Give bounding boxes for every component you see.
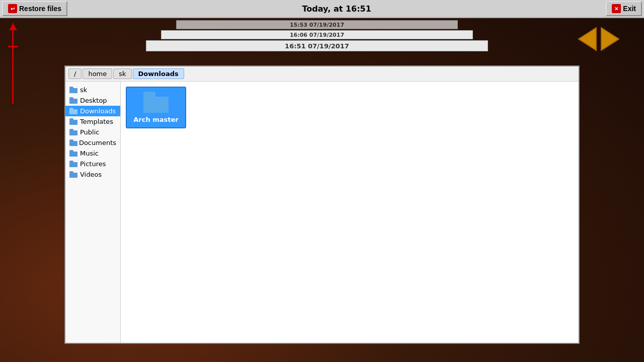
sidebar-item-music[interactable]: Music (65, 148, 120, 159)
sidebar-item-videos[interactable]: Videos (65, 169, 120, 180)
scroll-line (12, 23, 14, 104)
folder-icon (69, 129, 77, 135)
scroll-tick (8, 46, 18, 47)
folder-icon (69, 150, 77, 157)
sidebar-item-public[interactable]: Public (65, 127, 120, 137)
nav-arrows (574, 25, 624, 53)
top-bar-title: Today, at 16:51 (302, 4, 371, 14)
sidebar: sk Desktop Downloads Templates Public Do… (65, 82, 121, 343)
nav-back-icon[interactable] (574, 25, 599, 53)
exit-label: Exit (623, 5, 636, 13)
sidebar-item-desktop[interactable]: Desktop (65, 95, 120, 106)
breadcrumb-root[interactable]: / (68, 68, 82, 79)
breadcrumb-downloads[interactable]: Downloads (133, 68, 184, 79)
file-manager-window: / home sk Downloads sk Desktop Downloads (64, 65, 580, 344)
folder-icon (69, 108, 77, 114)
sidebar-item-downloads[interactable]: Downloads (65, 106, 120, 116)
sidebar-item-pictures[interactable]: Pictures (65, 159, 120, 169)
snapshot-bar-2[interactable]: 16:51 07/19/2017 (146, 40, 488, 51)
breadcrumb: / home sk Downloads (65, 66, 579, 82)
sidebar-item-templates[interactable]: Templates (65, 116, 120, 127)
main-file-area: Arch master (121, 82, 579, 343)
svg-marker-0 (579, 28, 596, 50)
breadcrumb-sk[interactable]: sk (113, 68, 131, 79)
folder-icon (69, 161, 77, 167)
exit-button[interactable]: ✕ Exit (606, 1, 642, 16)
folder-icon (69, 171, 77, 178)
restore-icon: ↩ (8, 4, 17, 13)
exit-icon: ✕ (612, 4, 621, 13)
folder-arch-master[interactable]: Arch master (126, 87, 186, 128)
snapshot-bar-1[interactable]: 16:06 07/19/2017 (161, 30, 473, 39)
content-area: sk Desktop Downloads Templates Public Do… (65, 82, 579, 343)
snapshot-bar-0[interactable]: 15:53 07/19/2017 (176, 20, 458, 29)
left-scroll (0, 18, 25, 362)
sidebar-item-sk[interactable]: sk (65, 85, 120, 95)
breadcrumb-home[interactable]: home (83, 68, 112, 79)
folder-arch-master-label: Arch master (133, 116, 178, 123)
svg-marker-1 (601, 28, 619, 50)
restore-button[interactable]: ↩ Restore files (2, 1, 67, 16)
sidebar-item-documents[interactable]: Documents (65, 137, 120, 148)
folder-icon (69, 97, 77, 104)
restore-label: Restore files (19, 5, 61, 13)
timeline-snapshots: 15:53 07/19/2017 16:06 07/19/2017 16:51 … (50, 18, 584, 51)
folder-icon (69, 118, 77, 125)
big-folder-icon (143, 92, 169, 113)
top-bar: ↩ Restore files Today, at 16:51 ✕ Exit (0, 0, 644, 18)
folder-icon (69, 87, 77, 93)
nav-forward-icon[interactable] (599, 25, 624, 53)
folder-icon (69, 139, 76, 146)
